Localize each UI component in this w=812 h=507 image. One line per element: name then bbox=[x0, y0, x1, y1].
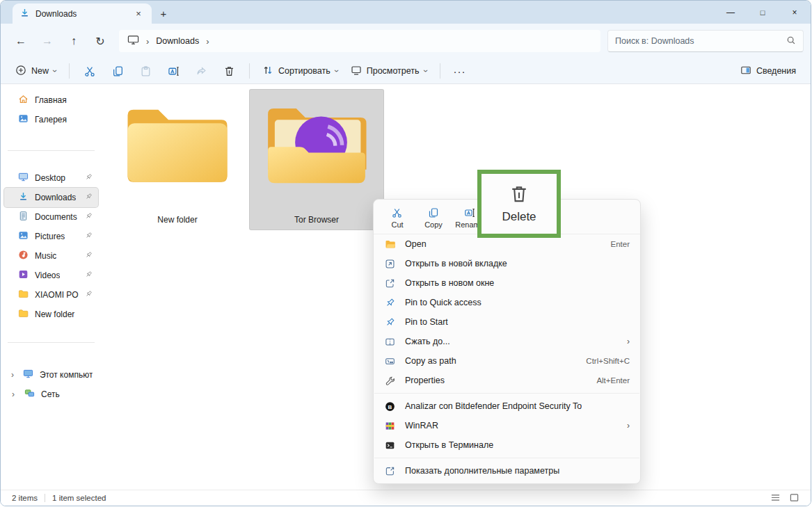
search-icon bbox=[786, 35, 796, 47]
menu-item-pin-to-start[interactable]: Pin to Start bbox=[374, 312, 640, 332]
menu-item-label: Pin to Start bbox=[405, 317, 448, 327]
items-count: 2 items bbox=[12, 494, 38, 502]
see-more-button[interactable]: ··· bbox=[447, 65, 473, 77]
sidebar-spacer bbox=[1, 151, 102, 168]
close-button[interactable]: × bbox=[779, 1, 811, 24]
network-icon bbox=[24, 388, 35, 401]
menu-item-label: Analizar con Bitdefender Endpoint Securi… bbox=[405, 401, 582, 411]
new-plus-icon bbox=[15, 65, 26, 78]
selection-count: 1 item selected bbox=[52, 494, 106, 502]
new-button-label: New bbox=[31, 66, 49, 76]
sidebar-item-desktop[interactable]: Desktop bbox=[4, 168, 98, 188]
copy-button[interactable] bbox=[104, 61, 132, 81]
details-pane-button[interactable]: Сведения bbox=[734, 61, 802, 81]
sidebar-item-downloads[interactable]: Downloads bbox=[4, 188, 98, 207]
search-input[interactable] bbox=[615, 36, 786, 46]
sort-button[interactable]: Сортировать › bbox=[256, 61, 344, 81]
new-button[interactable]: New › bbox=[9, 61, 63, 81]
delete-label: Delete bbox=[502, 210, 536, 224]
sidebar-item-xiaomi-poco[interactable]: XIAOMI POCO F bbox=[4, 285, 98, 305]
chevron-down-icon: › bbox=[421, 70, 431, 72]
file-name: Tor Browser bbox=[294, 215, 339, 225]
pin-icon bbox=[384, 316, 396, 328]
downloads-icon bbox=[18, 191, 29, 204]
copy-button[interactable]: Copy bbox=[415, 202, 452, 233]
rename-button[interactable] bbox=[159, 61, 187, 81]
file-tile-tor-browser[interactable]: Tor Browser bbox=[250, 90, 383, 230]
menu-item-label: Properties bbox=[405, 376, 445, 385]
menu-item-show-more-options[interactable]: Показать дополнительные параметры bbox=[374, 461, 640, 481]
view-button[interactable]: Просмотреть › bbox=[344, 61, 433, 81]
sidebar-item-label: New folder bbox=[35, 309, 74, 319]
sidebar-item-documents[interactable]: Documents bbox=[4, 207, 98, 227]
documents-icon bbox=[18, 211, 29, 223]
search-box[interactable] bbox=[607, 30, 804, 52]
copy-as-path-icon bbox=[384, 355, 396, 367]
menu-separator bbox=[374, 393, 639, 394]
minimize-button[interactable]: — bbox=[715, 1, 747, 24]
details-view-toggle[interactable] bbox=[770, 493, 781, 504]
cut-button[interactable]: Cut bbox=[379, 202, 415, 233]
menu-item-shortcut: Alt+Enter bbox=[596, 376, 630, 385]
breadcrumb-item-downloads[interactable]: Downloads bbox=[156, 36, 199, 46]
sidebar-item-label: Галерея bbox=[35, 115, 67, 124]
file-name: New folder bbox=[157, 215, 197, 225]
sidebar-item-label: Главная bbox=[35, 95, 67, 105]
maximize-button[interactable]: □ bbox=[747, 1, 779, 24]
sidebar-item-music[interactable]: Music bbox=[4, 246, 98, 266]
expand-chevron-icon[interactable]: › bbox=[8, 370, 17, 380]
menu-item-open-in-terminal[interactable]: Открыть в Терминале bbox=[374, 435, 640, 455]
sidebar-item-videos[interactable]: Videos bbox=[4, 266, 98, 285]
this-pc-icon bbox=[23, 369, 33, 381]
forward-button[interactable]: → bbox=[34, 29, 61, 53]
tab-downloads[interactable]: Downloads × bbox=[13, 3, 152, 24]
delete-button[interactable] bbox=[215, 61, 243, 81]
sidebar-item-label: Этот компьютер bbox=[40, 370, 93, 380]
delete-highlight-annotation[interactable]: Delete bbox=[477, 170, 561, 238]
menu-item-properties[interactable]: Properties Alt+Enter bbox=[374, 371, 640, 390]
zip-folder-icon bbox=[384, 336, 396, 348]
tab-bar: Downloads × + — □ × bbox=[1, 1, 811, 24]
sidebar-item-home[interactable]: Главная bbox=[4, 90, 98, 110]
cut-icon bbox=[392, 207, 403, 218]
menu-item-label: Open bbox=[405, 239, 427, 249]
cut-button[interactable] bbox=[76, 61, 104, 81]
home-icon bbox=[18, 94, 29, 106]
menu-item-pin-to-quick-access[interactable]: Pin to Quick access bbox=[374, 293, 640, 312]
paste-button[interactable] bbox=[132, 61, 159, 81]
new-tab-button[interactable]: + bbox=[152, 3, 175, 24]
submenu-chevron-icon: › bbox=[627, 337, 630, 346]
navigation-bar: ← → ↑ ↻ › Downloads › bbox=[1, 24, 811, 58]
this-pc-icon bbox=[127, 35, 139, 47]
pin-icon bbox=[85, 232, 93, 241]
sidebar-item-network[interactable]: › Сеть bbox=[4, 385, 98, 404]
expand-chevron-icon[interactable]: › bbox=[8, 389, 18, 399]
menu-item-winrar[interactable]: WinRAR › bbox=[374, 416, 640, 435]
refresh-button[interactable]: ↻ bbox=[87, 29, 113, 53]
menu-item-compress-to[interactable]: Сжать до... › bbox=[374, 332, 640, 351]
view-button-label: Просмотреть bbox=[367, 66, 420, 76]
sidebar-item-pictures[interactable]: Pictures bbox=[4, 227, 98, 246]
tab-close-icon[interactable]: × bbox=[132, 8, 145, 20]
pin-icon bbox=[85, 290, 93, 300]
menu-item-open-in-new-tab[interactable]: Открыть в новой вкладке bbox=[374, 254, 640, 273]
sidebar-item-new-folder[interactable]: New folder bbox=[4, 305, 98, 324]
menu-item-shortcut: Enter bbox=[611, 240, 630, 248]
pin-icon bbox=[85, 173, 93, 183]
up-button[interactable]: ↑ bbox=[61, 29, 87, 53]
large-thumbnails-view-toggle[interactable] bbox=[789, 493, 799, 504]
music-icon bbox=[18, 250, 29, 262]
file-tile-new-folder[interactable]: New folder bbox=[111, 90, 244, 230]
share-button[interactable] bbox=[187, 61, 215, 81]
sidebar-item-gallery[interactable]: Галерея bbox=[4, 110, 98, 129]
menu-item-bitdefender-scan[interactable]: B Analizar con Bitdefender Endpoint Secu… bbox=[374, 396, 640, 416]
pin-icon bbox=[85, 212, 93, 222]
menu-item-open-in-new-window[interactable]: Открыть в новом окне bbox=[374, 273, 640, 293]
breadcrumb[interactable]: › Downloads › bbox=[119, 30, 600, 52]
menu-item-copy-as-path[interactable]: Copy as path Ctrl+Shift+C bbox=[374, 351, 640, 371]
back-button[interactable]: ← bbox=[8, 29, 34, 53]
sidebar-item-this-pc[interactable]: › Этот компьютер bbox=[4, 365, 98, 385]
open-new-window-icon bbox=[384, 277, 396, 289]
sidebar-item-label: Сеть bbox=[41, 389, 60, 399]
status-divider bbox=[45, 494, 45, 502]
